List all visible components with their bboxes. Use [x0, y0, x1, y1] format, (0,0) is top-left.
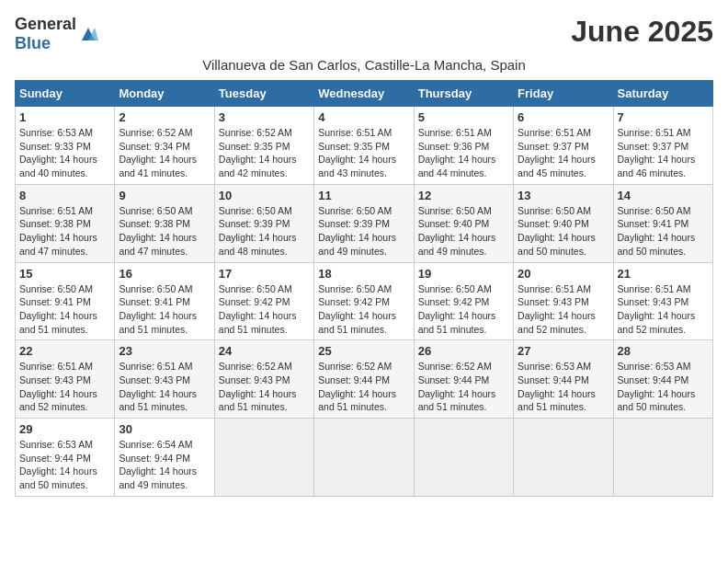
day-info: Sunrise: 6:52 AM Sunset: 9:44 PM Dayligh… — [318, 361, 396, 412]
day-info: Sunrise: 6:50 AM Sunset: 9:42 PM Dayligh… — [318, 283, 396, 335]
table-row: 14 Sunrise: 6:50 AM Sunset: 9:41 PM Dayl… — [613, 184, 712, 262]
table-row: 21 Sunrise: 6:51 AM Sunset: 9:43 PM Dayl… — [613, 262, 712, 340]
table-row: 1 Sunrise: 6:53 AM Sunset: 9:33 PM Dayli… — [16, 107, 115, 185]
day-info: Sunrise: 6:53 AM Sunset: 9:33 PM Dayligh… — [19, 127, 97, 178]
day-number: 20 — [518, 267, 609, 281]
col-thursday: Thursday — [414, 81, 513, 107]
day-number: 9 — [119, 189, 210, 202]
day-info: Sunrise: 6:53 AM Sunset: 9:44 PM Dayligh… — [19, 439, 97, 490]
calendar-week-row: 22 Sunrise: 6:51 AM Sunset: 9:43 PM Dayl… — [16, 340, 713, 419]
day-number: 11 — [318, 189, 409, 202]
day-info: Sunrise: 6:51 AM Sunset: 9:37 PM Dayligh… — [518, 127, 596, 178]
day-info: Sunrise: 6:50 AM Sunset: 9:41 PM Dayligh… — [119, 283, 197, 335]
col-friday: Friday — [514, 81, 613, 107]
table-row: 12 Sunrise: 6:50 AM Sunset: 9:40 PM Dayl… — [414, 184, 513, 262]
day-info: Sunrise: 6:50 AM Sunset: 9:39 PM Dayligh… — [219, 205, 297, 257]
header-row: Sunday Monday Tuesday Wednesday Thursday… — [16, 81, 713, 107]
day-info: Sunrise: 6:51 AM Sunset: 9:37 PM Dayligh… — [618, 127, 696, 178]
day-info: Sunrise: 6:52 AM Sunset: 9:43 PM Dayligh… — [219, 361, 297, 412]
day-number: 25 — [318, 344, 409, 358]
day-info: Sunrise: 6:50 AM Sunset: 9:42 PM Dayligh… — [219, 283, 297, 335]
day-info: Sunrise: 6:52 AM Sunset: 9:44 PM Dayligh… — [418, 361, 496, 412]
day-info: Sunrise: 6:53 AM Sunset: 9:44 PM Dayligh… — [618, 361, 696, 412]
day-info: Sunrise: 6:50 AM Sunset: 9:40 PM Dayligh… — [418, 205, 496, 257]
calendar-week-row: 29 Sunrise: 6:53 AM Sunset: 9:44 PM Dayl… — [16, 419, 713, 497]
page-header: General Blue June 2025 — [15, 15, 713, 53]
day-number: 15 — [19, 267, 110, 281]
day-info: Sunrise: 6:51 AM Sunset: 9:38 PM Dayligh… — [19, 205, 97, 257]
calendar-table: Sunday Monday Tuesday Wednesday Thursday… — [15, 80, 713, 497]
table-row: 29 Sunrise: 6:53 AM Sunset: 9:44 PM Dayl… — [16, 419, 115, 497]
day-number: 24 — [219, 344, 310, 358]
day-info: Sunrise: 6:51 AM Sunset: 9:43 PM Dayligh… — [119, 361, 197, 412]
table-row: 30 Sunrise: 6:54 AM Sunset: 9:44 PM Dayl… — [115, 419, 214, 497]
col-wednesday: Wednesday — [314, 81, 414, 107]
table-row: 3 Sunrise: 6:52 AM Sunset: 9:35 PM Dayli… — [214, 107, 313, 185]
day-number: 2 — [119, 110, 210, 124]
table-row: 23 Sunrise: 6:51 AM Sunset: 9:43 PM Dayl… — [115, 340, 214, 419]
day-number: 28 — [618, 344, 709, 358]
table-row: 28 Sunrise: 6:53 AM Sunset: 9:44 PM Dayl… — [613, 340, 712, 419]
month-title: June 2025 — [571, 15, 713, 49]
day-info: Sunrise: 6:53 AM Sunset: 9:44 PM Dayligh… — [518, 361, 596, 412]
table-row — [214, 419, 313, 497]
day-number: 29 — [19, 422, 110, 436]
table-row: 5 Sunrise: 6:51 AM Sunset: 9:36 PM Dayli… — [414, 107, 513, 185]
day-number: 17 — [219, 267, 310, 281]
day-info: Sunrise: 6:50 AM Sunset: 9:39 PM Dayligh… — [318, 205, 396, 257]
logo-blue: Blue — [15, 34, 51, 52]
table-row: 24 Sunrise: 6:52 AM Sunset: 9:43 PM Dayl… — [214, 340, 313, 419]
day-info: Sunrise: 6:50 AM Sunset: 9:40 PM Dayligh… — [518, 205, 596, 257]
day-number: 19 — [418, 267, 509, 281]
table-row: 8 Sunrise: 6:51 AM Sunset: 9:38 PM Dayli… — [16, 184, 115, 262]
table-row: 15 Sunrise: 6:50 AM Sunset: 9:41 PM Dayl… — [16, 262, 115, 340]
day-info: Sunrise: 6:52 AM Sunset: 9:34 PM Dayligh… — [119, 127, 197, 178]
table-row — [514, 419, 613, 497]
day-number: 26 — [418, 344, 509, 358]
table-row — [414, 419, 513, 497]
day-info: Sunrise: 6:52 AM Sunset: 9:35 PM Dayligh… — [219, 127, 297, 178]
day-number: 5 — [418, 110, 509, 124]
table-row: 16 Sunrise: 6:50 AM Sunset: 9:41 PM Dayl… — [115, 262, 214, 340]
day-number: 16 — [119, 267, 210, 281]
day-info: Sunrise: 6:51 AM Sunset: 9:43 PM Dayligh… — [618, 283, 696, 335]
logo-text: General Blue — [15, 15, 76, 53]
day-number: 18 — [318, 267, 409, 281]
day-number: 21 — [618, 267, 709, 281]
day-number: 4 — [318, 110, 409, 124]
day-info: Sunrise: 6:50 AM Sunset: 9:41 PM Dayligh… — [618, 205, 696, 257]
day-info: Sunrise: 6:51 AM Sunset: 9:35 PM Dayligh… — [318, 127, 396, 178]
logo: General Blue — [15, 15, 98, 53]
day-info: Sunrise: 6:50 AM Sunset: 9:41 PM Dayligh… — [19, 283, 97, 335]
day-number: 13 — [518, 189, 609, 202]
day-number: 7 — [618, 110, 709, 124]
day-number: 6 — [518, 110, 609, 124]
table-row: 22 Sunrise: 6:51 AM Sunset: 9:43 PM Dayl… — [16, 340, 115, 419]
day-info: Sunrise: 6:51 AM Sunset: 9:43 PM Dayligh… — [19, 361, 97, 412]
calendar-week-row: 1 Sunrise: 6:53 AM Sunset: 9:33 PM Dayli… — [16, 107, 713, 185]
table-row: 2 Sunrise: 6:52 AM Sunset: 9:34 PM Dayli… — [115, 107, 214, 185]
table-row: 4 Sunrise: 6:51 AM Sunset: 9:35 PM Dayli… — [314, 107, 414, 185]
day-number: 23 — [119, 344, 210, 358]
day-number: 10 — [219, 189, 310, 202]
day-number: 8 — [19, 189, 110, 202]
col-monday: Monday — [115, 81, 214, 107]
table-row: 18 Sunrise: 6:50 AM Sunset: 9:42 PM Dayl… — [314, 262, 414, 340]
table-row: 26 Sunrise: 6:52 AM Sunset: 9:44 PM Dayl… — [414, 340, 513, 419]
day-info: Sunrise: 6:51 AM Sunset: 9:43 PM Dayligh… — [518, 283, 596, 335]
day-info: Sunrise: 6:50 AM Sunset: 9:42 PM Dayligh… — [418, 283, 496, 335]
col-tuesday: Tuesday — [214, 81, 313, 107]
col-sunday: Sunday — [16, 81, 115, 107]
calendar-week-row: 8 Sunrise: 6:51 AM Sunset: 9:38 PM Dayli… — [16, 184, 713, 262]
table-row: 25 Sunrise: 6:52 AM Sunset: 9:44 PM Dayl… — [314, 340, 414, 419]
table-row: 17 Sunrise: 6:50 AM Sunset: 9:42 PM Dayl… — [214, 262, 313, 340]
day-info: Sunrise: 6:51 AM Sunset: 9:36 PM Dayligh… — [418, 127, 496, 178]
day-number: 30 — [119, 422, 210, 436]
table-row: 10 Sunrise: 6:50 AM Sunset: 9:39 PM Dayl… — [214, 184, 313, 262]
table-row — [314, 419, 414, 497]
table-row: 11 Sunrise: 6:50 AM Sunset: 9:39 PM Dayl… — [314, 184, 414, 262]
table-row: 9 Sunrise: 6:50 AM Sunset: 9:38 PM Dayli… — [115, 184, 214, 262]
col-saturday: Saturday — [613, 81, 712, 107]
table-row: 7 Sunrise: 6:51 AM Sunset: 9:37 PM Dayli… — [613, 107, 712, 185]
table-row: 27 Sunrise: 6:53 AM Sunset: 9:44 PM Dayl… — [514, 340, 613, 419]
